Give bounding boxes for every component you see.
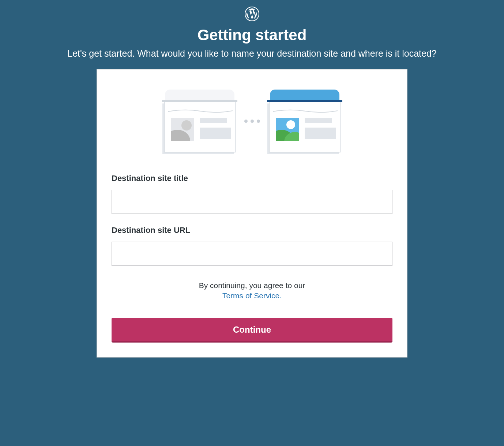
site-url-input[interactable] bbox=[112, 242, 392, 266]
page-title: Getting started bbox=[198, 26, 307, 44]
continue-button[interactable]: Continue bbox=[112, 318, 392, 343]
image-placeholder-icon bbox=[276, 118, 299, 141]
image-placeholder-icon bbox=[171, 118, 194, 141]
site-url-label: Destination site URL bbox=[112, 226, 392, 235]
site-url-group: Destination site URL bbox=[112, 226, 392, 266]
migration-illustration bbox=[112, 90, 392, 152]
wordpress-logo-icon bbox=[245, 7, 259, 23]
page-subtitle: Let's get started. What would you like t… bbox=[67, 48, 437, 59]
setup-card: Destination site title Destination site … bbox=[97, 69, 407, 358]
terms-prefix-text: By continuing, you agree to our bbox=[112, 281, 392, 290]
destination-site-mockup bbox=[267, 90, 342, 152]
page-container: Getting started Let's get started. What … bbox=[0, 0, 504, 358]
site-title-input[interactable] bbox=[112, 190, 392, 214]
source-site-mockup bbox=[162, 90, 237, 152]
site-title-group: Destination site title bbox=[112, 174, 392, 214]
terms-of-service-link[interactable]: Terms of Service. bbox=[112, 291, 392, 300]
transfer-dots-icon bbox=[244, 120, 260, 123]
site-title-label: Destination site title bbox=[112, 174, 392, 183]
